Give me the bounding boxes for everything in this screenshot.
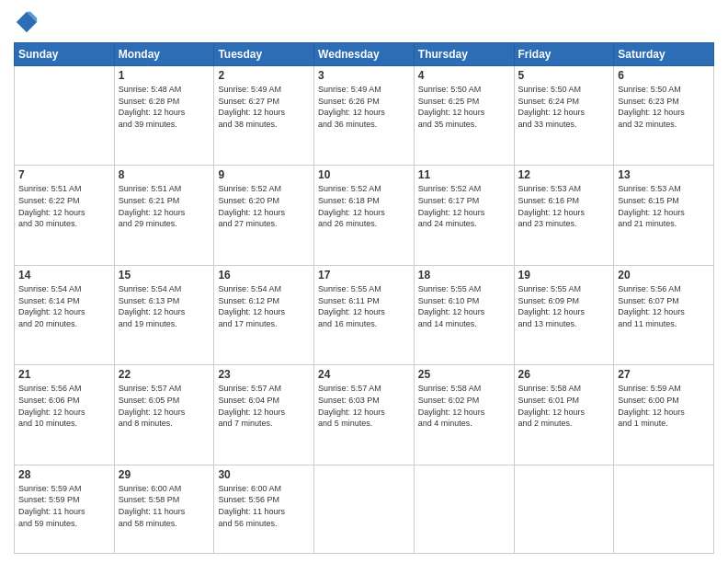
page: SundayMondayTuesdayWednesdayThursdayFrid…	[0, 0, 728, 563]
calendar-cell: 14Sunrise: 5:54 AMSunset: 6:14 PMDayligh…	[15, 265, 115, 364]
weekday-header: Sunday	[15, 43, 115, 66]
calendar-cell: 2Sunrise: 5:49 AMSunset: 6:27 PMDaylight…	[214, 66, 314, 166]
cell-info: Sunrise: 5:54 AMSunset: 6:12 PMDaylight:…	[218, 283, 310, 329]
cell-info: Sunrise: 5:57 AMSunset: 6:03 PMDaylight:…	[318, 383, 410, 429]
day-number: 6	[618, 69, 710, 82]
day-number: 26	[518, 368, 610, 381]
cell-info: Sunrise: 5:54 AMSunset: 6:14 PMDaylight:…	[18, 283, 110, 329]
day-number: 17	[318, 269, 410, 282]
calendar-cell: 6Sunrise: 5:50 AMSunset: 6:23 PMDaylight…	[614, 66, 714, 166]
calendar-cell: 24Sunrise: 5:57 AMSunset: 6:03 PMDayligh…	[314, 365, 415, 465]
calendar-cell: 10Sunrise: 5:52 AMSunset: 6:18 PMDayligh…	[314, 166, 415, 265]
day-number: 14	[18, 269, 110, 282]
calendar-week-row: 7Sunrise: 5:51 AMSunset: 6:22 PMDaylight…	[15, 166, 714, 265]
cell-info: Sunrise: 5:55 AMSunset: 6:09 PMDaylight:…	[518, 283, 610, 329]
cell-info: Sunrise: 5:48 AMSunset: 6:28 PMDaylight:…	[119, 84, 210, 130]
cell-info: Sunrise: 5:58 AMSunset: 6:02 PMDaylight:…	[418, 383, 510, 429]
day-number: 20	[618, 269, 710, 282]
calendar-cell: 18Sunrise: 5:55 AMSunset: 6:10 PMDayligh…	[414, 265, 514, 364]
day-number: 16	[218, 269, 310, 282]
calendar-week-row: 1Sunrise: 5:48 AMSunset: 6:28 PMDaylight…	[15, 66, 714, 166]
day-number: 11	[418, 168, 510, 181]
calendar-cell: 20Sunrise: 5:56 AMSunset: 6:07 PMDayligh…	[614, 265, 714, 364]
cell-info: Sunrise: 6:00 AMSunset: 5:56 PMDaylight:…	[218, 483, 310, 529]
weekday-header: Saturday	[614, 43, 714, 66]
weekday-header: Wednesday	[314, 43, 415, 66]
calendar-week-row: 14Sunrise: 5:54 AMSunset: 6:14 PMDayligh…	[15, 265, 714, 364]
day-number: 30	[218, 468, 310, 481]
cell-info: Sunrise: 5:50 AMSunset: 6:24 PMDaylight:…	[518, 84, 610, 130]
day-number: 15	[119, 269, 210, 282]
day-number: 12	[518, 168, 610, 181]
day-number: 25	[418, 368, 510, 381]
cell-info: Sunrise: 5:56 AMSunset: 6:07 PMDaylight:…	[618, 283, 710, 329]
calendar-header-row: SundayMondayTuesdayWednesdayThursdayFrid…	[15, 43, 714, 66]
calendar-cell: 9Sunrise: 5:52 AMSunset: 6:20 PMDaylight…	[214, 166, 314, 265]
day-number: 29	[119, 468, 210, 481]
calendar-week-row: 28Sunrise: 5:59 AMSunset: 5:59 PMDayligh…	[15, 465, 714, 553]
cell-info: Sunrise: 5:59 AMSunset: 6:00 PMDaylight:…	[618, 383, 710, 429]
day-number: 10	[318, 168, 410, 181]
calendar-cell	[15, 66, 115, 166]
day-number: 22	[119, 368, 210, 381]
calendar-cell	[614, 465, 714, 553]
calendar-cell: 19Sunrise: 5:55 AMSunset: 6:09 PMDayligh…	[514, 265, 614, 364]
cell-info: Sunrise: 5:52 AMSunset: 6:20 PMDaylight:…	[218, 183, 310, 229]
calendar-cell: 22Sunrise: 5:57 AMSunset: 6:05 PMDayligh…	[114, 365, 214, 465]
calendar-cell: 8Sunrise: 5:51 AMSunset: 6:21 PMDaylight…	[114, 166, 214, 265]
calendar-cell: 17Sunrise: 5:55 AMSunset: 6:11 PMDayligh…	[314, 265, 415, 364]
calendar-body: 1Sunrise: 5:48 AMSunset: 6:28 PMDaylight…	[15, 66, 714, 554]
cell-info: Sunrise: 5:51 AMSunset: 6:21 PMDaylight:…	[119, 183, 210, 229]
day-number: 19	[518, 269, 610, 282]
day-number: 23	[218, 368, 310, 381]
calendar-cell: 27Sunrise: 5:59 AMSunset: 6:00 PMDayligh…	[614, 365, 714, 465]
logo	[14, 9, 43, 35]
calendar-week-row: 21Sunrise: 5:56 AMSunset: 6:06 PMDayligh…	[15, 365, 714, 465]
cell-info: Sunrise: 5:52 AMSunset: 6:17 PMDaylight:…	[418, 183, 510, 229]
calendar-cell	[514, 465, 614, 553]
cell-info: Sunrise: 5:54 AMSunset: 6:13 PMDaylight:…	[119, 283, 210, 329]
day-number: 1	[119, 69, 210, 82]
cell-info: Sunrise: 5:50 AMSunset: 6:25 PMDaylight:…	[418, 84, 510, 130]
calendar-cell: 21Sunrise: 5:56 AMSunset: 6:06 PMDayligh…	[15, 365, 115, 465]
calendar-cell: 5Sunrise: 5:50 AMSunset: 6:24 PMDaylight…	[514, 66, 614, 166]
logo-icon	[14, 9, 40, 35]
day-number: 13	[618, 168, 710, 181]
cell-info: Sunrise: 5:49 AMSunset: 6:27 PMDaylight:…	[218, 84, 310, 130]
weekday-header: Thursday	[414, 43, 514, 66]
cell-info: Sunrise: 5:53 AMSunset: 6:16 PMDaylight:…	[518, 183, 610, 229]
day-number: 27	[618, 368, 710, 381]
day-number: 8	[119, 168, 210, 181]
calendar-table: SundayMondayTuesdayWednesdayThursdayFrid…	[14, 42, 714, 554]
day-number: 18	[418, 269, 510, 282]
cell-info: Sunrise: 5:57 AMSunset: 6:05 PMDaylight:…	[119, 383, 210, 429]
calendar-cell: 26Sunrise: 5:58 AMSunset: 6:01 PMDayligh…	[514, 365, 614, 465]
day-number: 2	[218, 69, 310, 82]
calendar-cell: 30Sunrise: 6:00 AMSunset: 5:56 PMDayligh…	[214, 465, 314, 553]
calendar-cell: 25Sunrise: 5:58 AMSunset: 6:02 PMDayligh…	[414, 365, 514, 465]
calendar-cell	[314, 465, 415, 553]
cell-info: Sunrise: 5:53 AMSunset: 6:15 PMDaylight:…	[618, 183, 710, 229]
cell-info: Sunrise: 5:59 AMSunset: 5:59 PMDaylight:…	[18, 483, 110, 529]
calendar-cell: 11Sunrise: 5:52 AMSunset: 6:17 PMDayligh…	[414, 166, 514, 265]
day-number: 24	[318, 368, 410, 381]
cell-info: Sunrise: 5:50 AMSunset: 6:23 PMDaylight:…	[618, 84, 710, 130]
day-number: 21	[18, 368, 110, 381]
day-number: 5	[518, 69, 610, 82]
calendar-cell: 4Sunrise: 5:50 AMSunset: 6:25 PMDaylight…	[414, 66, 514, 166]
weekday-header: Friday	[514, 43, 614, 66]
cell-info: Sunrise: 5:57 AMSunset: 6:04 PMDaylight:…	[218, 383, 310, 429]
day-number: 7	[18, 168, 110, 181]
calendar-cell: 7Sunrise: 5:51 AMSunset: 6:22 PMDaylight…	[15, 166, 115, 265]
cell-info: Sunrise: 6:00 AMSunset: 5:58 PMDaylight:…	[119, 483, 210, 529]
cell-info: Sunrise: 5:52 AMSunset: 6:18 PMDaylight:…	[318, 183, 410, 229]
cell-info: Sunrise: 5:55 AMSunset: 6:10 PMDaylight:…	[418, 283, 510, 329]
calendar-cell: 15Sunrise: 5:54 AMSunset: 6:13 PMDayligh…	[114, 265, 214, 364]
calendar-cell: 12Sunrise: 5:53 AMSunset: 6:16 PMDayligh…	[514, 166, 614, 265]
calendar-cell: 28Sunrise: 5:59 AMSunset: 5:59 PMDayligh…	[15, 465, 115, 553]
calendar-cell: 3Sunrise: 5:49 AMSunset: 6:26 PMDaylight…	[314, 66, 415, 166]
cell-info: Sunrise: 5:56 AMSunset: 6:06 PMDaylight:…	[18, 383, 110, 429]
calendar-cell: 1Sunrise: 5:48 AMSunset: 6:28 PMDaylight…	[114, 66, 214, 166]
calendar-cell: 29Sunrise: 6:00 AMSunset: 5:58 PMDayligh…	[114, 465, 214, 553]
cell-info: Sunrise: 5:49 AMSunset: 6:26 PMDaylight:…	[318, 84, 410, 130]
